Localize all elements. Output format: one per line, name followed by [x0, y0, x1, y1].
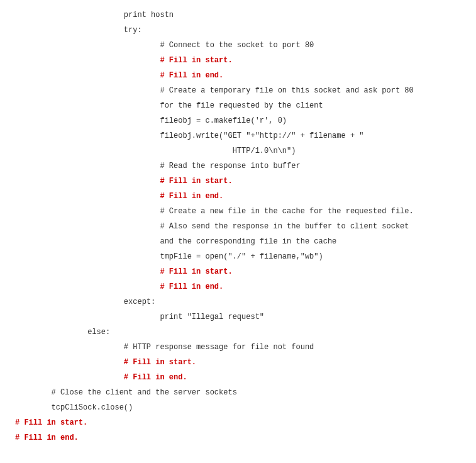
code-line: HTTP/1.0\n\n"): [15, 143, 461, 159]
code-comment: # Connect to the socket to port 80: [15, 38, 461, 53]
code-line: else:: [15, 325, 461, 340]
code-line: fileobj.write("GET "+"http://" + filenam…: [15, 128, 461, 143]
code-comment: for the file requested by the client: [15, 98, 461, 113]
fill-in-start: # Fill in start.: [15, 264, 461, 279]
code-line: print hostn: [15, 8, 461, 23]
fill-in-end: # Fill in end.: [15, 430, 461, 445]
fill-in-end: # Fill in end.: [15, 370, 461, 385]
code-comment: # Create a temporary file on this socket…: [15, 83, 461, 98]
fill-in-end: # Fill in end.: [15, 189, 461, 204]
code-line: except:: [15, 294, 461, 310]
code-line: tcpCliSock.close(): [15, 400, 461, 415]
fill-in-end: # Fill in end.: [15, 68, 461, 83]
code-comment: # Close the client and the server socket…: [15, 385, 461, 400]
fill-in-start: # Fill in start.: [15, 174, 461, 189]
code-comment: # HTTP response message for file not fou…: [15, 340, 461, 355]
fill-in-end: # Fill in end.: [15, 279, 461, 294]
code-line: print "Illegal request": [15, 310, 461, 325]
code-line: try:: [15, 23, 461, 38]
fill-in-start: # Fill in start.: [15, 415, 461, 430]
code-comment: and the corresponding file in the cache: [15, 234, 461, 249]
code-line: tmpFile = open("./" + filename,"wb"): [15, 249, 461, 264]
code-comment: # Read the response into buffer: [15, 159, 461, 174]
code-comment: # Also send the response in the buffer t…: [15, 219, 461, 234]
fill-in-start: # Fill in start.: [15, 53, 461, 68]
code-line: fileobj = c.makefile('r', 0): [15, 113, 461, 128]
code-block: print hostn try: # Connect to the socket…: [15, 8, 461, 445]
code-comment: # Create a new file in the cache for the…: [15, 204, 461, 219]
fill-in-start: # Fill in start.: [15, 355, 461, 370]
